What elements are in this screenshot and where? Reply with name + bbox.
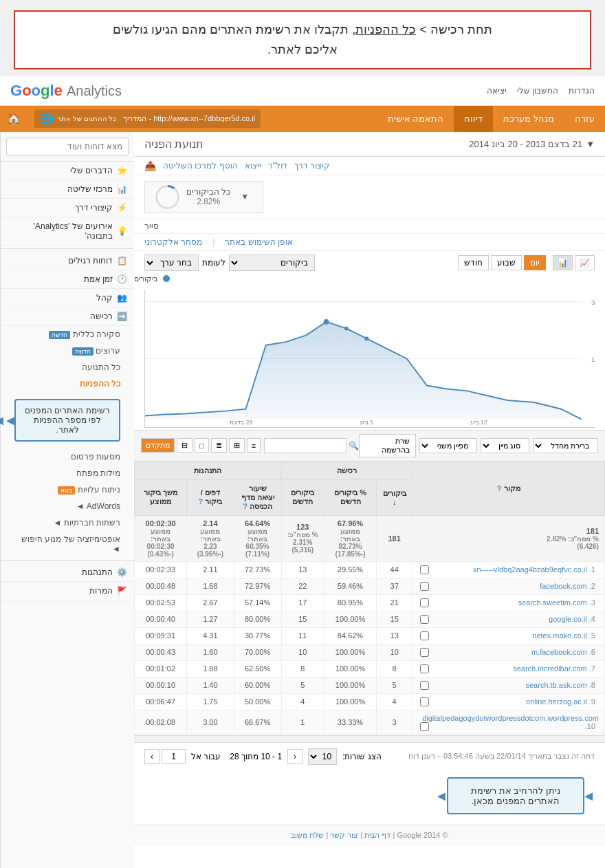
source-link[interactable]: search.tb.ask.com xyxy=(525,681,586,689)
sort-filter[interactable]: ברירת מחדל xyxy=(533,438,598,453)
source-link[interactable]: search.sweetim.com xyxy=(518,598,586,607)
row-checkbox[interactable] xyxy=(420,697,429,706)
source-link[interactable]: google.co.il xyxy=(549,615,587,623)
svg-point-1 xyxy=(157,186,179,208)
metric-select-dropdown[interactable]: ביקורים % ביקורים חדשים xyxy=(229,254,315,271)
compare-select-dropdown[interactable]: בחר ערך xyxy=(144,254,199,271)
col-new-visits[interactable]: ביקורים חדשים xyxy=(281,479,324,515)
sidebar-item-acquisition[interactable]: ➡️ רכישה xyxy=(1,307,134,326)
period-day-btn[interactable]: יום xyxy=(524,255,546,270)
source-link[interactable]: search.incredibar.com xyxy=(513,664,587,673)
sidebar-sub-all-traffic[interactable]: כל התנועה xyxy=(1,359,134,376)
rows-select[interactable]: 10 25 50 xyxy=(308,748,337,765)
secondary-dimension[interactable]: מפיין משני xyxy=(419,438,477,453)
footer-feedback-link[interactable]: שלח משוב xyxy=(291,831,324,839)
cell-pages: 1.27 xyxy=(187,611,234,627)
prev-btn[interactable]: ‹ xyxy=(287,749,302,764)
sidebar-item-dashboards[interactable]: 📊 מרכזי שליטה xyxy=(1,180,134,199)
nav-item-customize[interactable]: התאמה אישית xyxy=(377,106,454,132)
col-pages[interactable]: דפים / ביקור ? xyxy=(187,479,234,515)
sidebar-sub-campaigns[interactable]: מסעות פרסום xyxy=(1,448,134,465)
settings-link[interactable]: הגדרות xyxy=(569,86,595,96)
source-link[interactable]: xn-----vldbq2aag4bzab9eqfvc.co.il xyxy=(473,565,587,574)
sidebar-item-realtime[interactable]: 🕐 זמן אמת xyxy=(1,270,134,289)
sidebar-item-intelligence[interactable]: 💡 אירועים של 'Analytics' בתבונה' xyxy=(1,217,134,246)
source-link[interactable]: netex.mako.co.il xyxy=(532,631,586,640)
sidebar-sub-social[interactable]: רשתות חברתיות ◄ xyxy=(1,514,134,531)
sort-type[interactable]: סוג מיין xyxy=(481,438,529,453)
table-search-input[interactable] xyxy=(264,438,346,453)
sidebar-item-conversions[interactable]: 🚩 המרות xyxy=(1,582,134,600)
sidebar-sub-seo[interactable]: אופטימיזציה של מנוע חיפוש ◄ xyxy=(1,531,134,557)
source-link[interactable]: facebook.com xyxy=(540,582,586,590)
search-by-server[interactable]: שרת בהרשמה xyxy=(359,434,416,457)
sidebar-search-input[interactable] xyxy=(6,138,129,155)
logout-link[interactable]: יציאה xyxy=(487,86,507,96)
account-link[interactable]: החשבון שלי xyxy=(517,86,558,96)
svg-text:12 ביונ: 12 ביונ xyxy=(470,419,487,426)
table-icon-btn-5[interactable]: ⊟ xyxy=(177,438,192,453)
row-checkbox[interactable] xyxy=(420,565,429,574)
sidebar-sub-keywords[interactable]: מילות מפתח xyxy=(1,465,134,481)
table-icon-btn-2[interactable]: ⊞ xyxy=(229,438,245,453)
star-icon: ⭐ xyxy=(117,166,127,175)
period-week-btn[interactable]: שבוע xyxy=(491,255,522,270)
col-pct-new[interactable]: % ביקורים חדשים xyxy=(324,479,377,515)
shortcut-link[interactable]: קיצור דרך xyxy=(294,161,330,171)
sidebar-sub-adwords[interactable]: AdWords ◄ xyxy=(1,498,134,514)
row-checkbox[interactable] xyxy=(420,664,429,673)
row-checkbox[interactable] xyxy=(420,615,429,624)
sidebar-sub-overview[interactable]: סקירה כללית חדשה xyxy=(1,326,134,343)
row-checkbox[interactable] xyxy=(420,681,429,690)
footer-contact-link[interactable]: צור קשר xyxy=(330,831,358,839)
row-checkbox[interactable] xyxy=(420,598,429,607)
sidebar-item-my-things[interactable]: ⭐ הדברים שלי xyxy=(1,162,134,180)
legend-dot xyxy=(163,275,170,282)
table-icon-btn-3[interactable]: ≣ xyxy=(211,438,227,453)
bar-chart-btn[interactable]: 📊 xyxy=(553,255,573,270)
table-icon-btn-4[interactable]: □ xyxy=(195,438,209,453)
usd-link[interactable]: דול"ר xyxy=(268,161,287,171)
sidebar-item-audience[interactable]: 👥 קהל xyxy=(1,289,134,307)
table-advanced-btn[interactable]: מתקדם xyxy=(141,438,175,453)
col-source-header[interactable]: מקור ? xyxy=(412,462,605,515)
line-chart-btn[interactable]: 📈 xyxy=(575,255,595,270)
period-month-btn[interactable]: חודש xyxy=(458,255,489,270)
sidebar-sub-channels[interactable]: ערוצים חדשה xyxy=(1,343,134,359)
page-input[interactable] xyxy=(162,749,186,764)
nav-item-home[interactable]: עזרה xyxy=(564,106,605,132)
segment-link-ecommerce[interactable]: מסחר אלקטרוני xyxy=(144,237,202,247)
row-checkbox[interactable] xyxy=(420,582,429,591)
metric-dropdown[interactable]: ▼ xyxy=(237,188,252,205)
horizontal-scrollbar[interactable] xyxy=(134,735,605,742)
sidebar-item-behavior[interactable]: ⚙️ התנהגות xyxy=(1,563,134,582)
date-range[interactable]: ▼ 21 בדצם 2013 - 20 ביונ 2014 xyxy=(469,139,595,149)
row-checkbox[interactable] xyxy=(420,648,429,657)
sidebar-item-reports[interactable]: 📋 דוחות רגילים xyxy=(1,252,134,270)
row-checkbox[interactable] xyxy=(420,722,429,731)
table-icon-btn-1[interactable]: ≡ xyxy=(247,438,261,453)
col-bounce[interactable]: שיעור יציאה מדף הכניסה ? xyxy=(234,479,281,515)
source-link[interactable]: online.herzog.ac.il xyxy=(526,697,587,706)
row-checkbox[interactable] xyxy=(420,631,429,640)
nav-item-admin[interactable]: מנהל מערכת xyxy=(493,106,564,132)
export-link[interactable]: ייצוא xyxy=(245,161,261,171)
section-label: סייר xyxy=(144,221,159,231)
source-link[interactable]: m.facebook.com xyxy=(531,648,587,656)
add-dashboard-link[interactable]: הוסף למרכז השליטה xyxy=(163,161,238,171)
footer-home-link[interactable]: דף הבית xyxy=(364,831,390,839)
col-duration[interactable]: משך ביקור ממוצע xyxy=(135,479,187,515)
nav-home-button[interactable]: 🏠 xyxy=(0,112,28,125)
col-visits[interactable]: ביקורים ↓ xyxy=(377,479,412,515)
nav-item-reports[interactable]: דיווח xyxy=(454,106,493,132)
sidebar-annotation-box: רשימת האתרים המפנים לפי מספר ההפניות לאת… xyxy=(14,399,120,442)
source-link[interactable]: digitalpedagogydotwordpressdotcom.wordpr… xyxy=(422,714,599,722)
next-btn[interactable]: › xyxy=(144,749,160,764)
segment-link-more[interactable]: אופן השימוש באתר xyxy=(225,237,293,247)
metric-item[interactable]: ▼ כל הביקורים 2.82% xyxy=(144,181,263,213)
sidebar-item-shortcuts[interactable]: ⚡ קיצורי דרך xyxy=(1,199,134,217)
cell-new-visits: 8 xyxy=(281,660,324,677)
sidebar-sub-cost[interactable]: ניתוח עלויות בטא xyxy=(1,481,134,498)
page-title-bar: ▼ 21 בדצם 2013 - 20 ביונ 2014 תנועת הפני… xyxy=(134,132,605,157)
sidebar-sub-all-referrals[interactable]: כל ההפניות xyxy=(1,376,134,392)
